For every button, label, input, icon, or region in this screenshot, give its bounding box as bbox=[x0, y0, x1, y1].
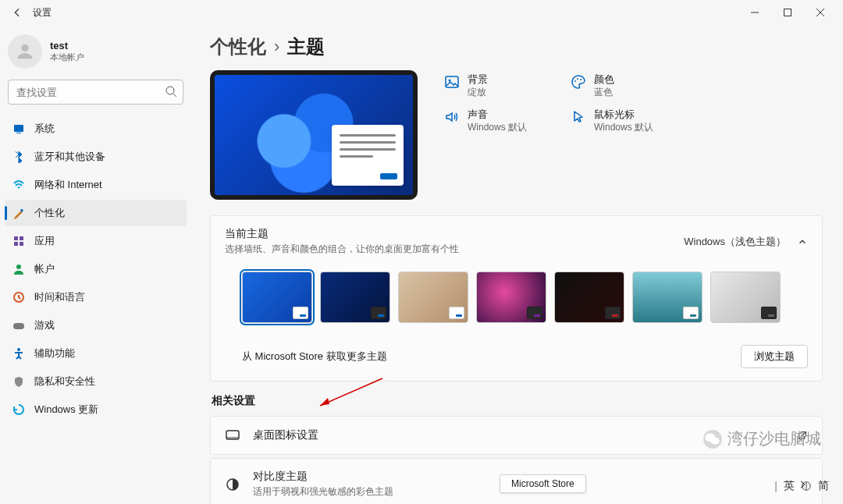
svg-rect-9 bbox=[20, 236, 23, 240]
window-title: 设置 bbox=[33, 6, 52, 20]
svg-rect-10 bbox=[14, 242, 18, 246]
wifi-icon bbox=[12, 179, 25, 191]
wechat-icon bbox=[702, 429, 723, 449]
update-icon bbox=[12, 403, 25, 416]
nav-item-game[interactable]: 游戏 bbox=[5, 312, 187, 339]
watermark: 湾仔沙电脑城 bbox=[702, 428, 821, 449]
svg-rect-16 bbox=[446, 76, 458, 87]
person-icon bbox=[14, 41, 36, 62]
svg-point-30 bbox=[711, 437, 720, 444]
nav-label: 帐户 bbox=[34, 262, 55, 276]
minimize-icon bbox=[751, 9, 759, 16]
svg-point-3 bbox=[166, 87, 174, 94]
svg-rect-6 bbox=[16, 133, 21, 133]
nav-item-apps[interactable]: 应用 bbox=[5, 228, 187, 254]
store-more-label: 从 Microsoft Store 获取更多主题 bbox=[242, 350, 387, 364]
ime-mode-icon bbox=[801, 481, 812, 492]
apps-icon bbox=[12, 235, 25, 247]
theme-thumb-0[interactable] bbox=[242, 272, 312, 323]
brush-icon bbox=[12, 207, 25, 219]
nav-label: 个性化 bbox=[34, 206, 65, 220]
nav-item-person[interactable]: 帐户 bbox=[5, 256, 187, 282]
theme-thumb-2[interactable] bbox=[398, 272, 468, 323]
theme-thumb-6[interactable] bbox=[710, 272, 781, 323]
speaker-icon bbox=[444, 109, 460, 125]
nav-label: 应用 bbox=[34, 234, 55, 248]
nav-label: 辅助功能 bbox=[34, 346, 75, 360]
bluetooth-icon bbox=[12, 151, 25, 163]
nav-label: 时间和语言 bbox=[34, 290, 85, 304]
theme-thumb-3[interactable] bbox=[476, 272, 546, 323]
nav-item-bluetooth[interactable]: 蓝牙和其他设备 bbox=[5, 144, 187, 170]
person-icon bbox=[12, 263, 25, 275]
picture-icon bbox=[444, 74, 460, 90]
nav-item-clock[interactable]: 时间和语言 bbox=[5, 284, 187, 311]
prop-sound[interactable]: 声音Windows 默认 bbox=[444, 108, 527, 134]
theme-thumb-1[interactable] bbox=[320, 272, 390, 323]
search-input[interactable] bbox=[8, 80, 183, 105]
current-theme-card: 当前主题 选择墙纸、声音和颜色的组合，让你的桌面更加富有个性 Windows（浅… bbox=[210, 215, 823, 382]
current-theme-header[interactable]: 当前主题 选择墙纸、声音和颜色的组合，让你的桌面更加富有个性 Windows（浅… bbox=[211, 216, 822, 267]
prop-cursor[interactable]: 鼠标光标Windows 默认 bbox=[571, 108, 653, 134]
chevron-up-icon bbox=[797, 236, 808, 247]
current-theme-value: Windows（浅色主题） bbox=[684, 235, 786, 249]
nav-label: 网络和 Internet bbox=[34, 178, 102, 192]
palette-icon bbox=[571, 74, 586, 90]
related-title: 相关设置 bbox=[212, 394, 823, 408]
svg-point-18 bbox=[574, 80, 576, 82]
contrast-icon bbox=[225, 477, 240, 492]
prop-background[interactable]: 背景绽放 bbox=[444, 73, 527, 99]
nav-item-shield[interactable]: 隐私和安全性 bbox=[5, 368, 187, 395]
back-button[interactable] bbox=[6, 2, 28, 23]
nav-item-access[interactable]: 辅助功能 bbox=[5, 340, 187, 367]
user-name: test bbox=[50, 40, 84, 51]
svg-point-12 bbox=[16, 264, 21, 269]
svg-rect-5 bbox=[14, 125, 23, 132]
prop-color[interactable]: 颜色蓝色 bbox=[571, 73, 653, 99]
game-icon bbox=[12, 319, 25, 332]
breadcrumb-parent[interactable]: 个性化 bbox=[210, 34, 266, 59]
svg-point-15 bbox=[17, 348, 20, 351]
clock-icon bbox=[12, 291, 25, 303]
nav-label: 游戏 bbox=[34, 318, 55, 332]
nav-item-monitor[interactable]: 系统 bbox=[5, 115, 187, 142]
ms-store-popup[interactable]: Microsoft Store bbox=[500, 474, 586, 493]
monitor-icon bbox=[12, 122, 25, 135]
svg-rect-11 bbox=[20, 242, 23, 246]
breadcrumb-current: 主题 bbox=[287, 34, 325, 59]
close-icon bbox=[816, 9, 824, 16]
nav-item-brush[interactable]: 个性化 bbox=[5, 200, 187, 226]
svg-rect-8 bbox=[14, 236, 18, 240]
nav-item-wifi[interactable]: 网络和 Internet bbox=[5, 172, 187, 198]
breadcrumb: 个性化 › 主题 bbox=[210, 34, 823, 59]
desktop-icon bbox=[225, 428, 240, 443]
svg-point-19 bbox=[577, 78, 578, 80]
user-sub: 本地帐户 bbox=[50, 51, 84, 63]
nav-label: 隐私和安全性 bbox=[34, 374, 95, 389]
search-icon bbox=[165, 85, 177, 98]
nav-item-update[interactable]: Windows 更新 bbox=[5, 396, 187, 423]
svg-line-4 bbox=[173, 94, 176, 97]
minimize-button[interactable] bbox=[738, 2, 771, 23]
nav-label: 蓝牙和其他设备 bbox=[34, 150, 105, 164]
close-button[interactable] bbox=[804, 2, 837, 23]
maximize-icon bbox=[784, 9, 791, 16]
cursor-icon bbox=[571, 109, 586, 125]
chevron-right-icon: › bbox=[274, 37, 279, 57]
svg-point-20 bbox=[580, 79, 582, 80]
browse-themes-button[interactable]: 浏览主题 bbox=[741, 345, 808, 368]
user-block[interactable]: test 本地帐户 bbox=[5, 30, 187, 80]
theme-thumb-5[interactable] bbox=[632, 272, 702, 323]
shield-icon bbox=[12, 375, 25, 388]
maximize-button[interactable] bbox=[771, 2, 804, 23]
avatar bbox=[8, 34, 42, 69]
arrow-left-icon bbox=[12, 7, 23, 18]
svg-point-2 bbox=[21, 44, 28, 51]
access-icon bbox=[12, 347, 25, 360]
svg-rect-1 bbox=[784, 9, 791, 16]
ime-indicator[interactable]: | 英 简 bbox=[774, 479, 829, 493]
svg-rect-14 bbox=[13, 323, 24, 329]
theme-thumb-4[interactable] bbox=[554, 272, 624, 323]
nav-label: 系统 bbox=[34, 122, 55, 136]
theme-preview bbox=[210, 70, 418, 200]
